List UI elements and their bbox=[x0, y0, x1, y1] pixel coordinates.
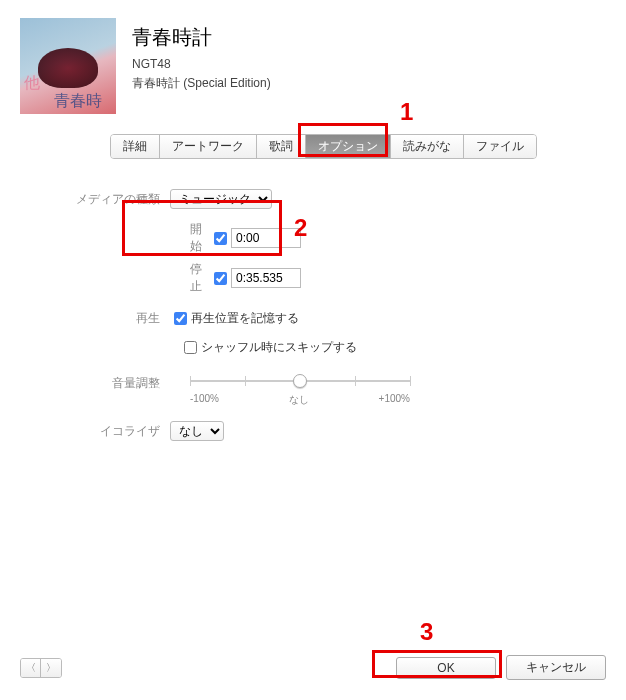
chevron-right-icon: 〉 bbox=[46, 661, 56, 675]
track-album: 青春時計 (Special Edition) bbox=[132, 74, 271, 93]
tab-bar: 詳細 アートワーク 歌詞 オプション 読みがな ファイル bbox=[110, 134, 537, 159]
volume-min: -100% bbox=[190, 393, 219, 407]
volume-label: 音量調整 bbox=[60, 371, 170, 392]
album-artwork: 他 青春時 bbox=[20, 18, 116, 114]
stop-checkbox[interactable] bbox=[214, 272, 227, 285]
tab-details[interactable]: 詳細 bbox=[111, 135, 160, 158]
skip-shuffle-label: シャッフル時にスキップする bbox=[201, 339, 357, 356]
skip-shuffle-checkbox[interactable] bbox=[184, 341, 197, 354]
stop-label: 停止 bbox=[180, 261, 210, 295]
track-artist: NGT48 bbox=[132, 55, 271, 74]
start-label: 開始 bbox=[180, 221, 210, 255]
track-title: 青春時計 bbox=[132, 24, 271, 51]
ok-button[interactable]: OK bbox=[396, 657, 496, 679]
chevron-left-icon: 〈 bbox=[26, 661, 36, 675]
prev-button[interactable]: 〈 bbox=[21, 659, 41, 677]
tab-file[interactable]: ファイル bbox=[464, 135, 536, 158]
next-button[interactable]: 〉 bbox=[41, 659, 61, 677]
tab-artwork[interactable]: アートワーク bbox=[160, 135, 257, 158]
start-checkbox[interactable] bbox=[214, 232, 227, 245]
start-time-input[interactable] bbox=[231, 228, 301, 248]
eq-label: イコライザ bbox=[60, 423, 170, 440]
eq-select[interactable]: なし bbox=[170, 421, 224, 441]
stop-time-input[interactable] bbox=[231, 268, 301, 288]
tab-lyrics[interactable]: 歌詞 bbox=[257, 135, 306, 158]
volume-mid: なし bbox=[289, 393, 309, 407]
volume-slider[interactable] bbox=[190, 371, 410, 391]
cancel-button[interactable]: キャンセル bbox=[506, 655, 606, 680]
media-type-label: メディアの種類 bbox=[60, 191, 170, 208]
playback-label: 再生 bbox=[60, 310, 170, 327]
tab-options[interactable]: オプション bbox=[306, 135, 391, 158]
media-type-select[interactable]: ミュージック bbox=[170, 189, 272, 209]
remember-position-label: 再生位置を記憶する bbox=[191, 310, 299, 327]
volume-max: +100% bbox=[379, 393, 410, 407]
annotation-number-3: 3 bbox=[420, 618, 433, 646]
tab-reading[interactable]: 読みがな bbox=[391, 135, 464, 158]
remember-position-checkbox[interactable] bbox=[174, 312, 187, 325]
